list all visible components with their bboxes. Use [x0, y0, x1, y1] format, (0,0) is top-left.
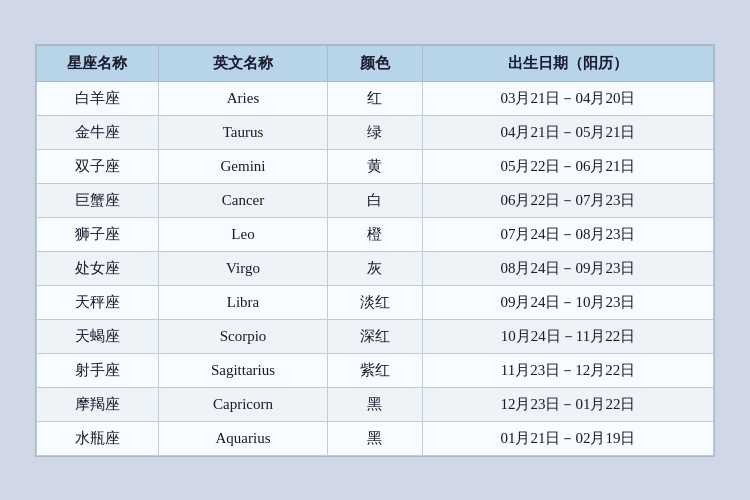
cell-color: 紫红: [328, 353, 423, 387]
cell-chinese-name: 天蝎座: [37, 319, 159, 353]
table-row: 摩羯座Capricorn黑12月23日－01月22日: [37, 387, 714, 421]
header-color: 颜色: [328, 45, 423, 81]
cell-chinese-name: 白羊座: [37, 81, 159, 115]
cell-color: 黄: [328, 149, 423, 183]
cell-english-name: Aquarius: [158, 421, 327, 455]
cell-english-name: Leo: [158, 217, 327, 251]
table-row: 水瓶座Aquarius黑01月21日－02月19日: [37, 421, 714, 455]
cell-date: 07月24日－08月23日: [422, 217, 713, 251]
table-row: 白羊座Aries红03月21日－04月20日: [37, 81, 714, 115]
cell-date: 06月22日－07月23日: [422, 183, 713, 217]
cell-english-name: Scorpio: [158, 319, 327, 353]
header-date: 出生日期（阳历）: [422, 45, 713, 81]
cell-date: 01月21日－02月19日: [422, 421, 713, 455]
table-row: 金牛座Taurus绿04月21日－05月21日: [37, 115, 714, 149]
cell-english-name: Aries: [158, 81, 327, 115]
cell-chinese-name: 射手座: [37, 353, 159, 387]
cell-color: 黑: [328, 421, 423, 455]
cell-date: 09月24日－10月23日: [422, 285, 713, 319]
header-english-name: 英文名称: [158, 45, 327, 81]
cell-date: 10月24日－11月22日: [422, 319, 713, 353]
table-row: 双子座Gemini黄05月22日－06月21日: [37, 149, 714, 183]
cell-english-name: Gemini: [158, 149, 327, 183]
table-row: 狮子座Leo橙07月24日－08月23日: [37, 217, 714, 251]
cell-chinese-name: 巨蟹座: [37, 183, 159, 217]
cell-english-name: Taurus: [158, 115, 327, 149]
cell-chinese-name: 金牛座: [37, 115, 159, 149]
table-row: 处女座Virgo灰08月24日－09月23日: [37, 251, 714, 285]
cell-chinese-name: 双子座: [37, 149, 159, 183]
zodiac-table-container: 星座名称 英文名称 颜色 出生日期（阳历） 白羊座Aries红03月21日－04…: [35, 44, 715, 457]
cell-english-name: Sagittarius: [158, 353, 327, 387]
table-body: 白羊座Aries红03月21日－04月20日金牛座Taurus绿04月21日－0…: [37, 81, 714, 455]
table-row: 天秤座Libra淡红09月24日－10月23日: [37, 285, 714, 319]
table-row: 射手座Sagittarius紫红11月23日－12月22日: [37, 353, 714, 387]
cell-english-name: Libra: [158, 285, 327, 319]
cell-color: 淡红: [328, 285, 423, 319]
cell-color: 橙: [328, 217, 423, 251]
table-row: 天蝎座Scorpio深红10月24日－11月22日: [37, 319, 714, 353]
cell-date: 08月24日－09月23日: [422, 251, 713, 285]
header-chinese-name: 星座名称: [37, 45, 159, 81]
cell-color: 绿: [328, 115, 423, 149]
cell-color: 白: [328, 183, 423, 217]
cell-date: 04月21日－05月21日: [422, 115, 713, 149]
cell-color: 灰: [328, 251, 423, 285]
cell-date: 12月23日－01月22日: [422, 387, 713, 421]
cell-chinese-name: 水瓶座: [37, 421, 159, 455]
cell-english-name: Cancer: [158, 183, 327, 217]
table-row: 巨蟹座Cancer白06月22日－07月23日: [37, 183, 714, 217]
cell-chinese-name: 狮子座: [37, 217, 159, 251]
cell-chinese-name: 摩羯座: [37, 387, 159, 421]
cell-color: 黑: [328, 387, 423, 421]
cell-english-name: Virgo: [158, 251, 327, 285]
cell-color: 深红: [328, 319, 423, 353]
cell-date: 11月23日－12月22日: [422, 353, 713, 387]
table-header-row: 星座名称 英文名称 颜色 出生日期（阳历）: [37, 45, 714, 81]
cell-date: 03月21日－04月20日: [422, 81, 713, 115]
cell-chinese-name: 天秤座: [37, 285, 159, 319]
zodiac-table: 星座名称 英文名称 颜色 出生日期（阳历） 白羊座Aries红03月21日－04…: [36, 45, 714, 456]
cell-english-name: Capricorn: [158, 387, 327, 421]
cell-color: 红: [328, 81, 423, 115]
cell-chinese-name: 处女座: [37, 251, 159, 285]
cell-date: 05月22日－06月21日: [422, 149, 713, 183]
